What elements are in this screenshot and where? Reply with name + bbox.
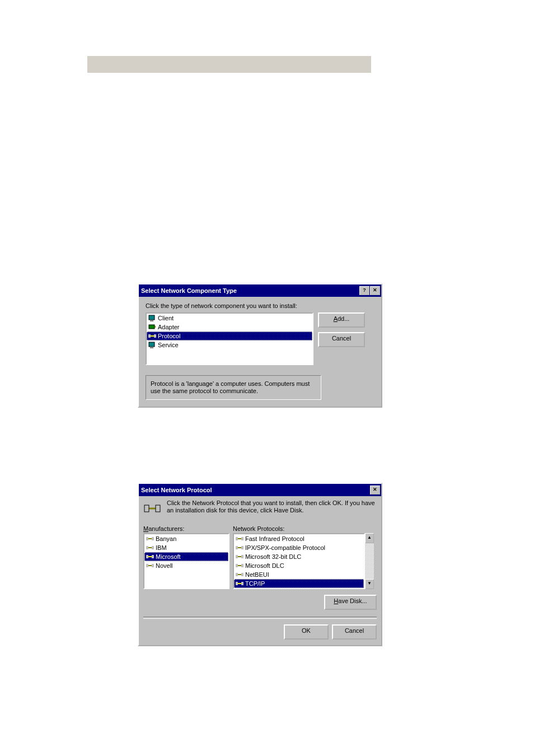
select-network-protocol-dialog: Select Network Protocol ✕ Click the Netw… bbox=[138, 483, 382, 646]
svg-rect-23 bbox=[152, 564, 154, 567]
manufacturer-novell[interactable]: Novell bbox=[144, 561, 228, 570]
svg-rect-10 bbox=[144, 505, 149, 512]
help-button[interactable]: ? bbox=[359, 286, 369, 295]
svg-rect-1 bbox=[150, 320, 153, 321]
protocol-small-icon bbox=[146, 543, 154, 552]
ibm-label: IBM bbox=[156, 544, 167, 551]
svg-rect-11 bbox=[156, 505, 160, 512]
close-button[interactable]: ✕ bbox=[370, 486, 380, 494]
ok-button[interactable]: OK bbox=[284, 624, 329, 640]
protocol-netbeui[interactable]: NetBEUI bbox=[234, 570, 364, 579]
protocol-msdlc[interactable]: Microsoft DLC bbox=[234, 561, 364, 570]
svg-rect-29 bbox=[241, 546, 243, 549]
msdlc-label: Microsoft DLC bbox=[245, 562, 284, 569]
manufacturer-ibm[interactable]: IBM bbox=[144, 543, 228, 552]
svg-rect-22 bbox=[146, 564, 148, 567]
svg-rect-16 bbox=[146, 546, 148, 549]
protocol-fast-ir[interactable]: Fast Infrared Protocol bbox=[234, 534, 364, 543]
decorative-bar bbox=[87, 56, 371, 73]
protocol-small-icon bbox=[235, 534, 244, 543]
ipx-label: IPX/SPX-compatible Protocol bbox=[245, 544, 325, 551]
manufacturers-list[interactable]: Banyan IBM Microsoft Novell bbox=[143, 533, 229, 589]
novell-label: Novell bbox=[156, 562, 173, 569]
protocol-icon bbox=[148, 332, 157, 340]
svg-rect-0 bbox=[149, 315, 154, 320]
manufacturers-label: Manufacturers: bbox=[143, 525, 233, 532]
component-item-adapter[interactable]: Adapter bbox=[147, 323, 312, 332]
add-button[interactable]: Add... bbox=[318, 312, 365, 328]
dialog2-instruction: Click the Network Protocol that you want… bbox=[167, 500, 377, 517]
have-disk-button[interactable]: Have Disk... bbox=[324, 595, 377, 610]
protocol-large-icon bbox=[143, 500, 161, 517]
scroll-up-icon[interactable]: ▲ bbox=[365, 533, 374, 543]
svg-rect-31 bbox=[236, 555, 238, 558]
svg-rect-38 bbox=[241, 573, 243, 576]
protocol-small-icon bbox=[235, 579, 244, 588]
component-item-service[interactable]: Service bbox=[147, 340, 312, 349]
protocol-small-icon bbox=[235, 543, 244, 552]
close-button[interactable]: ✕ bbox=[370, 286, 380, 295]
svg-rect-20 bbox=[152, 555, 154, 558]
service-icon bbox=[148, 340, 157, 349]
protocol-ms32dlc[interactable]: Microsoft 32-bit DLC bbox=[234, 552, 364, 561]
svg-rect-40 bbox=[236, 582, 238, 585]
adapter-label: Adapter bbox=[158, 324, 180, 330]
client-icon bbox=[148, 314, 157, 323]
cancel-button[interactable]: Cancel bbox=[318, 332, 365, 347]
manufacturer-banyan[interactable]: Banyan bbox=[144, 534, 228, 543]
dialog1-titlebar: Select Network Component Type ? ✕ bbox=[139, 284, 381, 297]
protocol-small-icon bbox=[146, 552, 154, 561]
protocol-ipx[interactable]: IPX/SPX-compatible Protocol bbox=[234, 543, 364, 552]
protocol-small-icon bbox=[235, 570, 244, 579]
protocol-small-icon bbox=[146, 534, 154, 543]
banyan-label: Banyan bbox=[156, 535, 176, 542]
scroll-track[interactable] bbox=[365, 543, 374, 579]
component-description: Protocol is a 'language' a computer uses… bbox=[146, 375, 321, 400]
protocol-small-icon bbox=[146, 561, 154, 570]
dialog1-instruction: Click the type of network component you … bbox=[146, 302, 374, 309]
dialog1-title: Select Network Component Type bbox=[141, 287, 237, 294]
cancel-button[interactable]: Cancel bbox=[332, 624, 377, 640]
svg-rect-35 bbox=[241, 564, 243, 567]
svg-rect-25 bbox=[236, 537, 238, 540]
protocol-small-icon bbox=[235, 561, 244, 570]
svg-rect-17 bbox=[152, 546, 154, 549]
component-item-protocol[interactable]: Protocol bbox=[147, 332, 312, 340]
svg-rect-14 bbox=[152, 537, 154, 540]
client-label: Client bbox=[158, 315, 174, 321]
protocol-small-icon bbox=[235, 552, 244, 561]
separator bbox=[143, 617, 377, 619]
tcpip-label: TCP/IP bbox=[245, 580, 265, 587]
netbeui-label: NetBEUI bbox=[245, 571, 269, 578]
component-type-list[interactable]: Client Adapter Protocol bbox=[146, 312, 313, 365]
svg-rect-37 bbox=[236, 573, 238, 576]
scroll-down-icon[interactable]: ▼ bbox=[365, 579, 374, 589]
component-item-client[interactable]: Client bbox=[147, 314, 312, 323]
protocols-scrollbar[interactable]: ▲ ▼ bbox=[365, 533, 374, 589]
svg-rect-28 bbox=[236, 546, 238, 549]
microsoft-label: Microsoft bbox=[156, 553, 181, 560]
svg-rect-2 bbox=[149, 325, 154, 329]
service-label: Service bbox=[158, 342, 179, 348]
svg-rect-19 bbox=[146, 555, 148, 558]
dialog2-titlebar: Select Network Protocol ✕ bbox=[139, 484, 381, 496]
ms32dlc-label: Microsoft 32-bit DLC bbox=[245, 553, 301, 560]
fast-ir-label: Fast Infrared Protocol bbox=[245, 535, 305, 542]
svg-rect-41 bbox=[241, 582, 243, 585]
svg-rect-5 bbox=[148, 334, 151, 338]
svg-rect-3 bbox=[154, 326, 156, 328]
dialog2-title: Select Network Protocol bbox=[141, 487, 212, 493]
svg-rect-26 bbox=[241, 537, 243, 540]
protocols-label: Network Protocols: bbox=[233, 525, 284, 532]
svg-rect-32 bbox=[241, 555, 243, 558]
adapter-icon bbox=[148, 323, 157, 332]
protocols-list[interactable]: Fast Infrared Protocol IPX/SPX-compatibl… bbox=[233, 533, 365, 589]
protocol-tcpip[interactable]: TCP/IP bbox=[234, 579, 364, 588]
svg-rect-6 bbox=[154, 334, 156, 338]
select-component-type-dialog: Select Network Component Type ? ✕ Click … bbox=[138, 283, 382, 408]
svg-rect-8 bbox=[150, 347, 153, 348]
manufacturer-microsoft[interactable]: Microsoft bbox=[144, 552, 228, 561]
svg-rect-13 bbox=[146, 537, 148, 540]
svg-rect-7 bbox=[149, 342, 154, 347]
svg-rect-34 bbox=[236, 564, 238, 567]
